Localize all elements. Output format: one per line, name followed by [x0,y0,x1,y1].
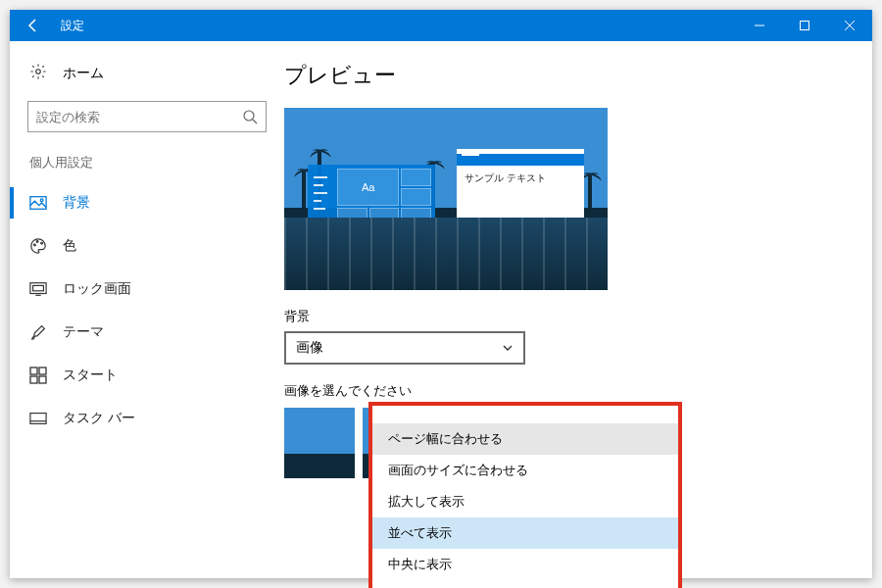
svg-rect-12 [30,376,37,383]
page-title: プレビュー [284,61,833,90]
fit-option-tile[interactable]: 並べて表示 [372,517,678,549]
background-type-value: 画像 [296,339,323,357]
taskbar-icon [29,410,47,427]
background-type-dropdown[interactable]: 画像 [284,331,525,365]
svg-point-6 [36,241,38,243]
background-label: 背景 [284,308,833,325]
choose-image-label: 画像を選んでください [284,382,833,400]
fit-option-label: 並べて表示 [388,524,452,542]
fit-option-fit[interactable]: 画面のサイズに合わせる [372,455,678,486]
sidebar-item-start[interactable]: スタート [10,354,284,397]
sidebar-group-label: 個人用設定 [10,148,284,181]
fit-option-stretch[interactable]: 拡大して表示 [372,486,678,517]
back-button[interactable] [10,10,57,41]
sidebar-item-label: テーマ [63,323,104,341]
fit-option-label: ページ幅に合わせる [388,430,503,448]
fit-option-span[interactable]: スパン [372,580,678,588]
titlebar: 設定 [10,10,872,41]
fit-option-label: 拡大して表示 [388,493,465,511]
home-label: ホーム [63,65,104,82]
palette-icon [29,237,47,255]
search-box[interactable] [27,101,267,132]
svg-rect-14 [30,414,46,424]
close-icon [845,21,855,30]
fit-mode-popup: ページ幅に合わせる 画面のサイズに合わせる 拡大して表示 並べて表示 中央に表示… [368,402,682,588]
fit-option-center[interactable]: 中央に表示 [372,549,678,580]
sidebar-item-label: タスク バー [63,410,135,427]
search-input[interactable] [36,110,242,124]
home-link[interactable]: ホーム [10,53,284,93]
minimize-button[interactable] [737,10,782,41]
sidebar-item-themes[interactable]: テーマ [10,311,284,354]
svg-point-5 [34,244,36,246]
maximize-button[interactable] [782,10,827,41]
fit-option-label: 画面のサイズに合わせる [388,462,528,479]
chevron-down-icon [502,342,514,354]
svg-point-4 [40,199,43,202]
start-grid-icon [29,367,47,384]
arrow-left-icon [25,18,41,33]
preview-sample-window: サンプル テキスト [457,149,584,235]
preview-tile-aa: Aa [337,169,399,206]
sidebar-item-label: 背景 [63,194,90,212]
sidebar-item-lockscreen[interactable]: ロック画面 [10,268,284,311]
search-icon [242,109,258,124]
fit-option-fill[interactable]: ページ幅に合わせる [372,423,678,455]
monitor-frame-icon [29,280,47,298]
sidebar-item-background[interactable]: 背景 [10,181,284,224]
sidebar-item-label: ロック画面 [63,280,131,298]
brush-icon [29,323,47,341]
sidebar-item-colors[interactable]: 色 [10,224,284,268]
preview-sample-text: サンプル テキスト [457,166,584,191]
svg-rect-10 [30,368,37,374]
svg-point-2 [244,111,254,121]
fit-option-label: 中央に表示 [388,556,452,573]
svg-point-7 [41,242,43,244]
desktop-preview: Aa サンプル テキスト [284,108,608,290]
svg-rect-13 [39,376,46,383]
wallpaper-thumb[interactable] [284,408,355,478]
svg-point-1 [36,70,41,74]
minimize-icon [755,21,764,30]
svg-rect-0 [801,22,809,30]
gear-icon [29,63,47,83]
preview-start-panel: Aa [308,165,435,290]
maximize-icon [800,21,809,30]
close-button[interactable] [827,10,872,41]
svg-rect-9 [33,285,44,290]
sidebar-item-label: スタート [63,367,118,384]
window-title: 設定 [57,18,737,34]
sidebar: ホーム 個人用設定 背景 色 ロック画面 [10,41,284,578]
picture-icon [29,194,47,212]
sidebar-item-label: 色 [63,237,76,255]
sidebar-item-taskbar[interactable]: タスク バー [10,397,284,440]
svg-rect-11 [39,368,46,374]
